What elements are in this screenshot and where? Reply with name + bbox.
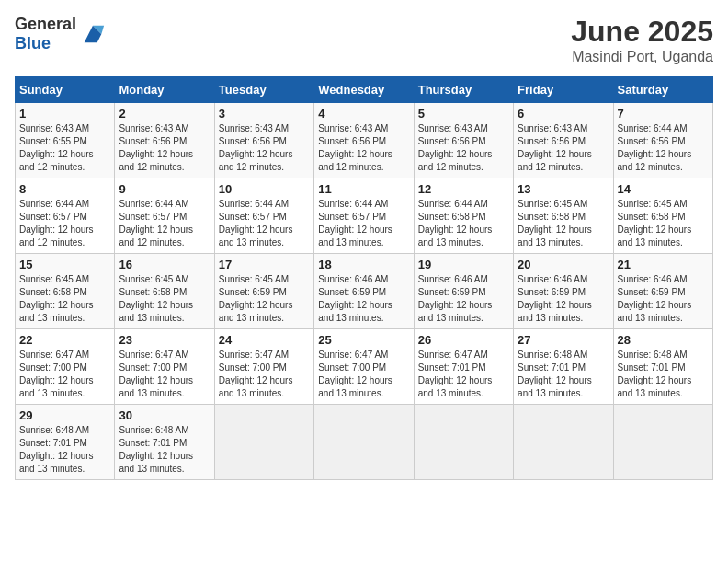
location-title: Masindi Port, Uganda — [571, 49, 713, 65]
day-number: 29 — [19, 408, 110, 422]
day-info: Sunrise: 6:43 AM Sunset: 6:56 PM Dayligh… — [418, 122, 509, 174]
weekday-header: Saturday — [613, 77, 712, 103]
day-number: 21 — [618, 258, 709, 271]
day-number: 16 — [119, 258, 210, 271]
title-area: June 2025 Masindi Port, Uganda — [571, 15, 713, 65]
day-info: Sunrise: 6:47 AM Sunset: 7:00 PM Dayligh… — [318, 349, 409, 400]
day-info: Sunrise: 6:48 AM Sunset: 7:01 PM Dayligh… — [19, 424, 110, 476]
weekday-header: Monday — [115, 77, 214, 103]
day-number: 25 — [318, 333, 409, 347]
day-number: 5 — [418, 107, 509, 121]
day-number: 4 — [318, 107, 409, 121]
calendar-cell: 28 Sunrise: 6:48 AM Sunset: 7:01 PM Dayl… — [613, 329, 712, 405]
calendar-cell: 12 Sunrise: 6:44 AM Sunset: 6:58 PM Dayl… — [414, 178, 513, 254]
day-info: Sunrise: 6:44 AM Sunset: 6:58 PM Dayligh… — [418, 198, 509, 249]
calendar-cell: 24 Sunrise: 6:47 AM Sunset: 7:00 PM Dayl… — [214, 329, 313, 405]
calendar-cell: 2 Sunrise: 6:43 AM Sunset: 6:56 PM Dayli… — [115, 103, 214, 178]
weekday-header-row: SundayMondayTuesdayWednesdayThursdayFrid… — [16, 77, 713, 103]
calendar-cell: 25 Sunrise: 6:47 AM Sunset: 7:00 PM Dayl… — [314, 329, 414, 405]
calendar-cell: 19 Sunrise: 6:46 AM Sunset: 6:59 PM Dayl… — [414, 254, 513, 329]
day-info: Sunrise: 6:48 AM Sunset: 7:01 PM Dayligh… — [518, 349, 609, 400]
calendar-cell: 20 Sunrise: 6:46 AM Sunset: 6:59 PM Dayl… — [514, 254, 613, 329]
day-info: Sunrise: 6:44 AM Sunset: 6:57 PM Dayligh… — [219, 198, 310, 249]
day-number: 2 — [119, 107, 210, 121]
calendar-week-row: 8 Sunrise: 6:44 AM Sunset: 6:57 PM Dayli… — [16, 178, 713, 254]
calendar-cell: 10 Sunrise: 6:44 AM Sunset: 6:57 PM Dayl… — [214, 178, 313, 254]
day-number: 24 — [219, 333, 310, 347]
day-number: 30 — [119, 408, 210, 422]
calendar-cell-empty — [314, 405, 414, 480]
calendar-table: SundayMondayTuesdayWednesdayThursdayFrid… — [15, 76, 713, 480]
weekday-header: Wednesday — [314, 77, 414, 103]
day-number: 13 — [518, 182, 609, 196]
calendar-week-row: 29 Sunrise: 6:48 AM Sunset: 7:01 PM Dayl… — [16, 405, 713, 480]
day-number: 11 — [318, 182, 409, 196]
day-info: Sunrise: 6:47 AM Sunset: 7:00 PM Dayligh… — [19, 349, 110, 400]
day-info: Sunrise: 6:43 AM Sunset: 6:55 PM Dayligh… — [19, 122, 110, 174]
calendar-cell: 26 Sunrise: 6:47 AM Sunset: 7:01 PM Dayl… — [414, 329, 513, 405]
logo-general: General — [15, 15, 76, 33]
day-info: Sunrise: 6:44 AM Sunset: 6:57 PM Dayligh… — [119, 198, 210, 249]
day-info: Sunrise: 6:48 AM Sunset: 7:01 PM Dayligh… — [618, 349, 709, 400]
day-info: Sunrise: 6:43 AM Sunset: 6:56 PM Dayligh… — [318, 122, 409, 174]
day-number: 12 — [418, 182, 509, 196]
day-info: Sunrise: 6:47 AM Sunset: 7:00 PM Dayligh… — [119, 349, 210, 400]
day-info: Sunrise: 6:45 AM Sunset: 6:58 PM Dayligh… — [618, 198, 709, 249]
day-number: 17 — [219, 258, 310, 271]
calendar-week-row: 22 Sunrise: 6:47 AM Sunset: 7:00 PM Dayl… — [16, 329, 713, 405]
calendar-cell: 5 Sunrise: 6:43 AM Sunset: 6:56 PM Dayli… — [414, 103, 513, 178]
logo-icon — [80, 21, 106, 47]
day-info: Sunrise: 6:44 AM Sunset: 6:57 PM Dayligh… — [19, 198, 110, 249]
calendar-cell: 13 Sunrise: 6:45 AM Sunset: 6:58 PM Dayl… — [514, 178, 613, 254]
calendar-cell: 9 Sunrise: 6:44 AM Sunset: 6:57 PM Dayli… — [115, 178, 214, 254]
calendar-cell: 1 Sunrise: 6:43 AM Sunset: 6:55 PM Dayli… — [16, 103, 115, 178]
day-info: Sunrise: 6:47 AM Sunset: 7:01 PM Dayligh… — [418, 349, 509, 400]
calendar-week-row: 1 Sunrise: 6:43 AM Sunset: 6:55 PM Dayli… — [16, 103, 713, 178]
day-info: Sunrise: 6:43 AM Sunset: 6:56 PM Dayligh… — [219, 122, 310, 174]
day-number: 15 — [19, 258, 110, 271]
calendar-cell: 21 Sunrise: 6:46 AM Sunset: 6:59 PM Dayl… — [613, 254, 712, 329]
calendar-cell: 29 Sunrise: 6:48 AM Sunset: 7:01 PM Dayl… — [16, 405, 115, 480]
day-number: 18 — [318, 258, 409, 271]
calendar-cell-empty — [214, 405, 313, 480]
calendar-cell: 16 Sunrise: 6:45 AM Sunset: 6:58 PM Dayl… — [115, 254, 214, 329]
day-number: 26 — [418, 333, 509, 347]
day-info: Sunrise: 6:46 AM Sunset: 6:59 PM Dayligh… — [318, 273, 409, 325]
day-number: 28 — [618, 333, 709, 347]
day-info: Sunrise: 6:45 AM Sunset: 6:58 PM Dayligh… — [119, 273, 210, 325]
weekday-header: Sunday — [16, 77, 115, 103]
day-number: 14 — [618, 182, 709, 196]
calendar-cell: 6 Sunrise: 6:43 AM Sunset: 6:56 PM Dayli… — [514, 103, 613, 178]
day-info: Sunrise: 6:43 AM Sunset: 6:56 PM Dayligh… — [518, 122, 609, 174]
calendar-cell: 4 Sunrise: 6:43 AM Sunset: 6:56 PM Dayli… — [314, 103, 414, 178]
calendar-cell: 15 Sunrise: 6:45 AM Sunset: 6:58 PM Dayl… — [16, 254, 115, 329]
day-info: Sunrise: 6:46 AM Sunset: 6:59 PM Dayligh… — [518, 273, 609, 325]
day-number: 22 — [19, 333, 110, 347]
logo: General Blue — [15, 15, 106, 53]
day-info: Sunrise: 6:45 AM Sunset: 6:58 PM Dayligh… — [19, 273, 110, 325]
calendar-cell: 18 Sunrise: 6:46 AM Sunset: 6:59 PM Dayl… — [314, 254, 414, 329]
day-number: 3 — [219, 107, 310, 121]
day-number: 20 — [518, 258, 609, 271]
calendar-cell: 3 Sunrise: 6:43 AM Sunset: 6:56 PM Dayli… — [214, 103, 313, 178]
day-info: Sunrise: 6:43 AM Sunset: 6:56 PM Dayligh… — [119, 122, 210, 174]
day-number: 10 — [219, 182, 310, 196]
day-number: 23 — [119, 333, 210, 347]
calendar-cell-empty — [414, 405, 513, 480]
day-number: 19 — [418, 258, 509, 271]
page-header: General Blue June 2025 Masindi Port, Uga… — [15, 15, 713, 65]
weekday-header: Thursday — [414, 77, 513, 103]
calendar-week-row: 15 Sunrise: 6:45 AM Sunset: 6:58 PM Dayl… — [16, 254, 713, 329]
calendar-cell-empty — [613, 405, 712, 480]
calendar-cell: 14 Sunrise: 6:45 AM Sunset: 6:58 PM Dayl… — [613, 178, 712, 254]
day-number: 1 — [19, 107, 110, 121]
calendar-cell: 8 Sunrise: 6:44 AM Sunset: 6:57 PM Dayli… — [16, 178, 115, 254]
day-info: Sunrise: 6:47 AM Sunset: 7:00 PM Dayligh… — [219, 349, 310, 400]
day-number: 8 — [19, 182, 110, 196]
day-info: Sunrise: 6:44 AM Sunset: 6:56 PM Dayligh… — [618, 122, 709, 174]
day-info: Sunrise: 6:48 AM Sunset: 7:01 PM Dayligh… — [119, 424, 210, 476]
calendar-cell: 30 Sunrise: 6:48 AM Sunset: 7:01 PM Dayl… — [115, 405, 214, 480]
day-info: Sunrise: 6:45 AM Sunset: 6:59 PM Dayligh… — [219, 273, 310, 325]
day-number: 7 — [618, 107, 709, 121]
calendar-cell-empty — [514, 405, 613, 480]
